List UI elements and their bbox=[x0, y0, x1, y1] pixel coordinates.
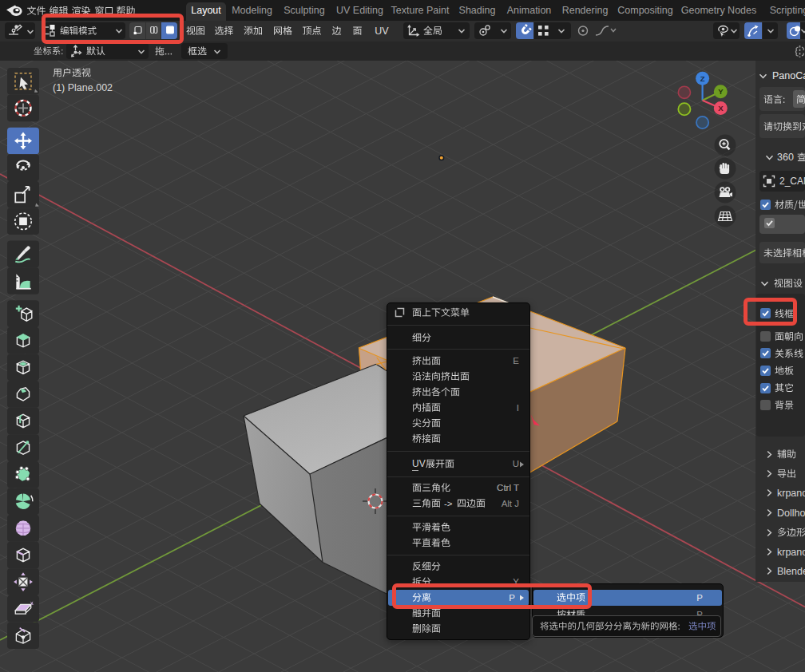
svg-text:X: X bbox=[718, 104, 724, 113]
svg-text:P: P bbox=[696, 593, 703, 603]
svg-text:Y: Y bbox=[718, 87, 724, 96]
svg-text:Z: Z bbox=[700, 74, 705, 83]
